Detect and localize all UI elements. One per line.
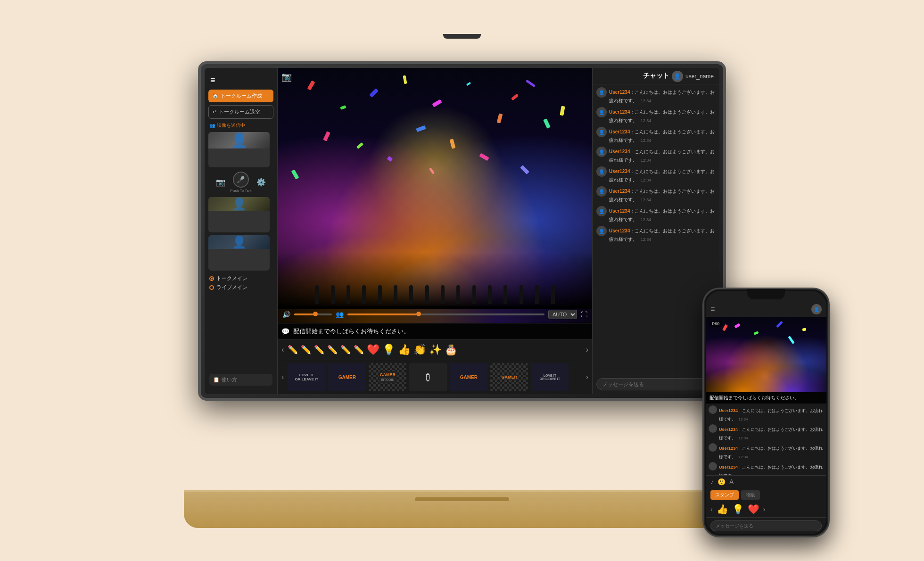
stamp-heart[interactable]: ❤️	[367, 344, 380, 356]
video-sending-label: 👥 映像を送信中	[205, 120, 277, 131]
stamp-thumbsup[interactable]: 👍	[398, 344, 411, 356]
camera-overlay-icon[interactable]: 📷	[281, 72, 292, 82]
sidebar-footer: 📋 使い方	[205, 370, 277, 389]
phone-chat-message: User1234：こんにちは。おはようございます。お疲れ様です。 12:34	[709, 443, 824, 460]
volume-thumb	[313, 312, 318, 316]
tshirt-7[interactable]: LOVE ITOR LEAVE IT	[531, 363, 569, 391]
phone-stamps-tabs: スタンプ 物販	[706, 488, 826, 501]
chat-messages[interactable]: 👤 User1234：こんにちは。おはようございます。お疲れ様です。 12:34…	[593, 84, 719, 374]
tshirt-2[interactable]: GAMER	[328, 363, 366, 391]
tshirt-3[interactable]: GAMER BITCOIN	[369, 363, 406, 391]
chat-msg-body: User1234：こんにちは。おはようございます。お疲れ様です。 12:34	[609, 87, 716, 104]
username-label: user_name	[685, 73, 714, 80]
progress-fill	[347, 314, 416, 315]
stamp-clap[interactable]: 👏	[413, 344, 426, 356]
radio-dot-2	[209, 285, 214, 290]
stamp-cake[interactable]: 🎂	[445, 344, 457, 356]
chat-message: 👤 User1234：こんにちは。おはようございます。お疲れ様です。 12:34	[596, 147, 716, 164]
phone-music-icon[interactable]: ♪	[710, 478, 714, 486]
phone-chat-time: 12:34	[739, 436, 748, 440]
phone-chat-input[interactable]	[710, 520, 822, 531]
tshirt-4[interactable]: ₿	[409, 363, 447, 391]
tshirt-5[interactable]: GAMER	[450, 363, 487, 391]
quality-select[interactable]: AUTO 720p 480p	[548, 310, 577, 319]
phone-stamps-prev[interactable]: ‹	[710, 505, 713, 513]
phone-stamp-tab-merch[interactable]: 物販	[741, 490, 760, 500]
stamp-pen-yellow[interactable]: ✏️	[354, 345, 364, 355]
phone-menu-icon[interactable]: ≡	[710, 305, 715, 314]
chat-msg-body: User1234：こんにちは。おはようございます。お疲れ様です。 12:34	[609, 166, 716, 183]
phone-chat[interactable]: User1234：こんにちは。おはようございます。お疲れ様です。 12:34 U…	[706, 404, 826, 475]
stamp-pen-red[interactable]: ✏️	[301, 345, 311, 355]
stamp-pen-white[interactable]: ✏️	[288, 345, 298, 355]
phone-chat-text: User1234：こんにちは。おはようございます。お疲れ様です。	[719, 446, 823, 459]
leave-room-button[interactable]: ↵ トークルーム退室	[208, 105, 273, 119]
chat-msg-body: User1234：こんにちは。おはようございます。お疲れ様です。 12:34	[609, 107, 716, 124]
top-bar: 👤 user_name	[666, 68, 719, 85]
tshirts-prev-button[interactable]: ‹	[278, 373, 288, 381]
chat-msg-body: User1234：こんにちは。おはようございます。お疲れ様です。 12:34	[609, 226, 716, 243]
phone-chat-body: User1234：こんにちは。おはようございます。お疲れ様です。 12:34	[719, 424, 824, 441]
camera-icon[interactable]: 📷	[216, 178, 225, 187]
chat-msg-text: User1234：こんにちは。おはようございます。お疲れ様です。	[609, 228, 715, 242]
radio-live-main[interactable]: ライブメイン	[209, 284, 272, 291]
phone-stamp-1[interactable]: 👍	[717, 503, 728, 515]
user-info[interactable]: 👤 user_name	[672, 71, 714, 82]
video-thumb-1[interactable]	[208, 132, 270, 167]
progress-slider[interactable]	[347, 314, 544, 315]
chat-avatar: 👤	[596, 226, 607, 236]
radio-group: トークメイン ライブメイン	[205, 272, 277, 296]
video-thumb-2[interactable]	[208, 197, 270, 232]
stamp-bulb[interactable]: 💡	[382, 344, 395, 356]
chat-input[interactable]	[596, 378, 716, 390]
phone-text-icon[interactable]: A	[729, 478, 734, 486]
chat-msg-text: User1234：こんにちは。おはようございます。お疲れ様です。	[609, 208, 715, 222]
push-to-talk-label: Push To Talk	[230, 189, 251, 193]
menu-icon[interactable]: ≡	[205, 73, 277, 88]
stamp-pen-blue[interactable]: ✏️	[314, 345, 324, 355]
tshirt-1[interactable]: LOVE ITOR LEAVE IT	[288, 363, 325, 391]
stamp-sparkle[interactable]: ✨	[429, 344, 442, 356]
chat-panel: チャット 👤 User1234：こんにちは。おはようございます。お疲れ様です。	[592, 68, 719, 394]
chat-avatar: 👤	[596, 186, 607, 197]
chat-msg-text: User1234：こんにちは。おはようございます。お疲れ様です。	[609, 90, 715, 103]
chat-message: 👤 User1234：こんにちは。おはようございます。お疲れ様です。 12:34	[596, 107, 716, 124]
stamps-next-button[interactable]: ›	[582, 346, 592, 354]
phone-stamp-2[interactable]: 💡	[732, 503, 744, 515]
phone-chat-text: User1234：こんにちは。おはようございます。お疲れ様です。	[719, 427, 823, 440]
tshirt-6[interactable]: GAMER	[490, 363, 528, 391]
phone-chat-avatar	[709, 443, 717, 452]
thumb-bg-3	[208, 235, 270, 249]
chat-msg-body: User1234：こんにちは。おはようございます。お疲れ様です。 12:34	[609, 127, 716, 144]
laptop-camera-notch	[443, 34, 481, 39]
phone-emoji-icon[interactable]: 🙂	[718, 478, 726, 486]
stamp-pen-green[interactable]: ✏️	[340, 345, 351, 355]
push-to-talk-button[interactable]: 🎤 Push To Talk	[230, 172, 251, 193]
settings-icon[interactable]: ⚙️	[256, 178, 266, 187]
help-button[interactable]: 📋 使い方	[209, 374, 272, 386]
leave-room-icon: ↵	[213, 109, 217, 115]
phone-chat-avatar	[709, 462, 717, 470]
create-room-button[interactable]: 🏠 トークルーム作成	[208, 90, 273, 102]
phone-chat-text: User1234：こんにちは。おはようございます。お疲れ様です。	[719, 408, 823, 421]
video-thumb-3[interactable]	[208, 235, 270, 271]
video-controls-bar: 🔊 👥	[278, 306, 592, 323]
phone-stamp-tab-stamps[interactable]: スタンプ	[710, 490, 739, 500]
fullscreen-icon[interactable]: ⛶	[581, 311, 587, 318]
stamp-pen-pink[interactable]: ✏️	[327, 345, 338, 355]
subtitle-text: 配信開始まで今しばらくお待ちください。	[293, 327, 410, 336]
volume-icon[interactable]: 🔊	[282, 311, 290, 318]
phone-notch	[747, 289, 785, 299]
create-room-icon: 🏠	[212, 93, 219, 99]
phone-stamp-3[interactable]: ❤️	[748, 503, 759, 515]
volume-slider[interactable]	[294, 314, 332, 315]
radio-talk-main[interactable]: トークメイン	[209, 275, 272, 282]
chat-msg-body: User1234：こんにちは。おはようございます。お疲れ様です。 12:34	[609, 186, 716, 203]
phone-lights	[706, 347, 826, 392]
tshirts-next-button[interactable]: ›	[582, 373, 592, 381]
phone-avatar[interactable]: 👤	[811, 304, 822, 314]
avatar: 👤	[672, 71, 683, 82]
phone-stamps-next[interactable]: ›	[763, 505, 766, 513]
stamps-prev-button[interactable]: ‹	[278, 346, 288, 354]
chat-message: 👤 User1234：こんにちは。おはようございます。お疲れ様です。 12:34	[596, 186, 716, 203]
